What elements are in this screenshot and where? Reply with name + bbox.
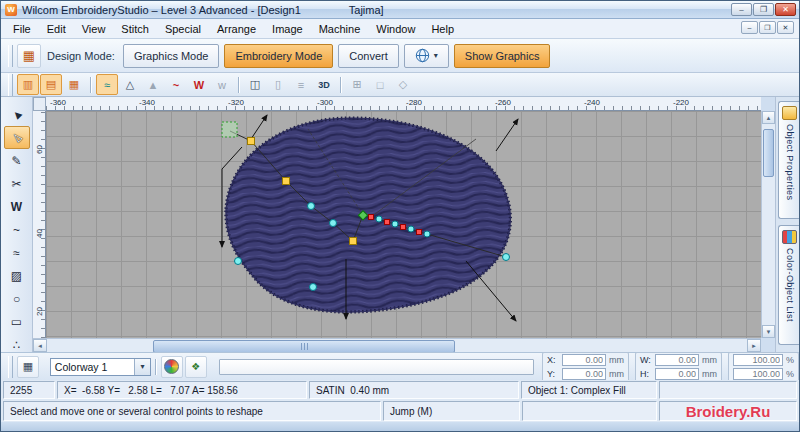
w-unit: mm	[702, 355, 717, 365]
close-button[interactable]: ✕	[775, 3, 796, 16]
globe-button[interactable]: ▾	[404, 44, 449, 68]
lettering-icon[interactable]: W	[188, 74, 210, 95]
menu-special[interactable]: Special	[157, 21, 209, 37]
pencil-tool[interactable]: ✎	[4, 149, 30, 172]
menu-machine[interactable]: Machine	[311, 21, 369, 37]
monogram-icon[interactable]: w	[211, 74, 233, 95]
stitch-node[interactable]	[369, 215, 374, 220]
hoop-icon[interactable]: □	[369, 74, 391, 95]
menu-arrange[interactable]: Arrange	[209, 21, 264, 37]
colorway-select[interactable]: Colorway 1 ▾	[50, 358, 151, 376]
grid-icon[interactable]: ⊞	[346, 74, 368, 95]
curve-node[interactable]	[330, 220, 337, 227]
toolbar-grip[interactable]	[8, 356, 13, 378]
graphics-mode-button[interactable]: Graphics Mode	[123, 44, 220, 68]
minimize-button[interactable]: –	[731, 3, 752, 16]
scroll-down-button[interactable]: ▼	[762, 325, 775, 338]
doc-restore-button[interactable]: ❐	[759, 21, 776, 34]
toolbox: ► ▻ ✎ ✂ W ~ ≈ ▨ ○ ▭ ∴	[1, 97, 33, 352]
run-stitch-icon[interactable]: ~	[165, 74, 187, 95]
run-tool[interactable]: ~	[4, 218, 30, 241]
curve-node[interactable]	[310, 284, 317, 291]
curve-node[interactable]	[503, 254, 510, 261]
y-field[interactable]	[562, 368, 606, 380]
scale-x-field[interactable]	[733, 354, 783, 366]
w-field[interactable]	[655, 354, 699, 366]
show-graphics-button[interactable]: Show Graphics	[454, 44, 551, 68]
vertical-scroll-thumb[interactable]	[763, 129, 774, 177]
ruler-label: -360	[50, 98, 66, 107]
vertical-scrollbar[interactable]: ▲ ▼	[761, 111, 775, 338]
title-bar[interactable]: W Wilcom EmbroideryStudio – Level 3 Adva…	[1, 1, 799, 19]
corner-node[interactable]	[283, 178, 290, 185]
stitch-node[interactable]	[385, 220, 390, 225]
tab-color-object-list[interactable]: Color-Object List	[778, 225, 800, 345]
select-tool[interactable]: ►	[4, 103, 30, 126]
column-icon[interactable]: ◫	[244, 74, 266, 95]
menu-view[interactable]: View	[74, 21, 114, 37]
menu-stitch[interactable]: Stitch	[113, 21, 157, 37]
border-icon[interactable]: ▯	[267, 74, 289, 95]
menu-image[interactable]: Image	[264, 21, 311, 37]
stitch-toolbox-icon[interactable]: ▦	[17, 44, 41, 68]
ruler-label: 20	[35, 305, 44, 318]
curve-node[interactable]	[376, 216, 382, 222]
curve-node[interactable]	[235, 258, 242, 265]
design-canvas[interactable]	[46, 111, 761, 338]
show-graphics-label: Show Graphics	[465, 50, 540, 62]
applique-icon[interactable]: △	[119, 74, 141, 95]
app-icon: W	[5, 4, 17, 16]
reshape-tool[interactable]: ▻	[4, 126, 30, 149]
corner-node[interactable]	[248, 138, 255, 145]
color-wheel-button[interactable]	[161, 356, 183, 378]
embroidery-mode-button[interactable]: Embroidery Mode	[224, 44, 333, 68]
horizontal-scrollbar[interactable]: ◄ ►	[33, 338, 761, 352]
thread-colors-button[interactable]: ❖	[185, 356, 207, 378]
x-field[interactable]	[562, 354, 606, 366]
satin-tool[interactable]: ≈	[4, 241, 30, 264]
entry-point-marker[interactable]	[222, 122, 237, 137]
corner-node[interactable]	[350, 238, 357, 245]
3d-view-icon[interactable]: 3D	[313, 74, 335, 95]
rectangle-tool[interactable]: ▭	[4, 310, 30, 333]
menu-window[interactable]: Window	[368, 21, 423, 37]
toolbar-grip[interactable]	[8, 45, 13, 67]
scroll-up-button[interactable]: ▲	[762, 111, 775, 124]
stitch-list-icon[interactable]: ≡	[290, 74, 312, 95]
vertical-ruler: 60 40 20	[33, 111, 46, 338]
doc-close-button[interactable]: ✕	[777, 21, 794, 34]
toolbar-grip[interactable]	[8, 74, 13, 96]
menu-help[interactable]: Help	[423, 21, 462, 37]
scroll-right-button[interactable]: ►	[747, 339, 761, 352]
stitch-node[interactable]	[417, 230, 422, 235]
h-field[interactable]	[655, 368, 699, 380]
tab-object-properties[interactable]: Object Properties	[778, 101, 800, 219]
convert-button[interactable]: Convert	[338, 44, 399, 68]
lettering-tool[interactable]: W	[4, 195, 30, 218]
knife-tool[interactable]: ✂	[4, 172, 30, 195]
scroll-left-button[interactable]: ◄	[33, 339, 47, 352]
fill-hatch-icon: ▨	[11, 269, 22, 283]
motif-fill-icon[interactable]: ▦	[63, 74, 85, 95]
chevron-down-icon[interactable]: ▾	[134, 359, 150, 375]
curve-node[interactable]	[308, 203, 315, 210]
ellipse-tool[interactable]: ○	[4, 287, 30, 310]
tatami-fill-icon[interactable]: ▥	[17, 74, 39, 95]
fill-tool[interactable]: ▨	[4, 264, 30, 287]
maximize-button[interactable]: ❐	[753, 3, 774, 16]
auto-digitize-icon[interactable]: ▲	[142, 74, 164, 95]
doc-minimize-button[interactable]: –	[741, 21, 758, 34]
stitch-node[interactable]	[401, 225, 406, 230]
branching-icon[interactable]: ≈	[96, 74, 118, 95]
curve-node[interactable]	[424, 231, 430, 237]
color-swatch-strip[interactable]	[219, 359, 534, 375]
overview-icon[interactable]: ◇	[392, 74, 414, 95]
colorway-manager-button[interactable]: ▦	[17, 356, 39, 378]
toolbar-separator	[238, 77, 240, 93]
satin-fill-icon[interactable]: ▤	[40, 74, 62, 95]
curve-node[interactable]	[408, 226, 414, 232]
menu-file[interactable]: File	[5, 21, 39, 37]
menu-edit[interactable]: Edit	[39, 21, 74, 37]
scale-y-field[interactable]	[733, 368, 783, 380]
curve-node[interactable]	[392, 221, 398, 227]
